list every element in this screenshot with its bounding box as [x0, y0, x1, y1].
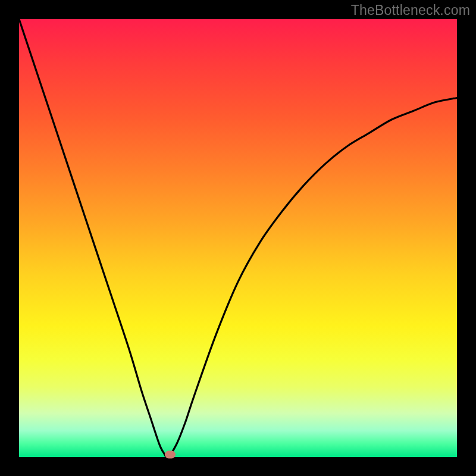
bottleneck-curve	[19, 19, 457, 457]
optimum-marker	[165, 451, 176, 459]
plot-area	[19, 19, 457, 457]
chart-frame: TheBottleneck.com	[0, 0, 476, 476]
watermark-label: TheBottleneck.com	[351, 2, 470, 18]
